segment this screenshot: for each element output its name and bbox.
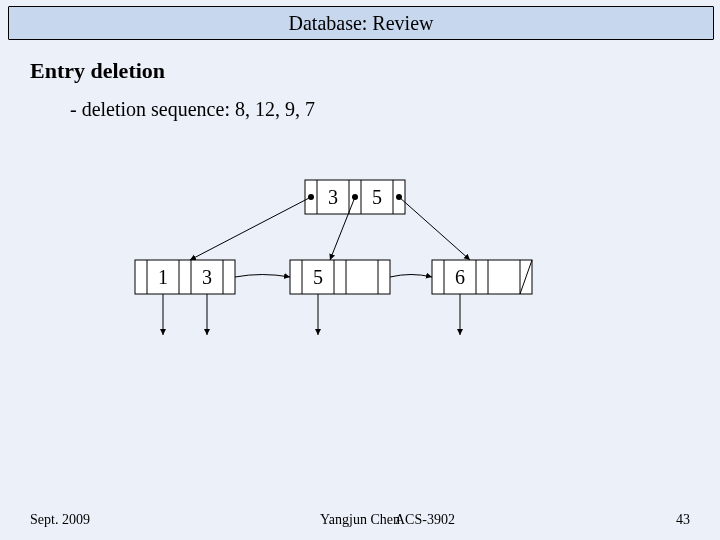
svg-rect-18 (290, 260, 390, 294)
svg-point-5 (308, 194, 314, 200)
root-key-1: 5 (372, 186, 382, 208)
leaf1-key0: 5 (313, 266, 323, 288)
slide-heading: Entry deletion (30, 58, 165, 84)
btree-leaf-1: 5 (290, 260, 390, 335)
slide-footer: Sept. 2009 Yangjun Chen ACS-3902 43 (0, 512, 720, 532)
btree-root-node: 3 5 (305, 180, 405, 214)
footer-author: Yangjun Chen (320, 512, 400, 527)
leaf0-key1: 3 (202, 266, 212, 288)
title-bar: Database: Review (8, 6, 714, 40)
footer-page: 43 (676, 512, 690, 528)
svg-rect-11 (135, 260, 235, 294)
svg-rect-24 (432, 260, 532, 294)
footer-course: ACS-3902 (395, 512, 455, 528)
svg-point-7 (396, 194, 402, 200)
leaf2-key0: 6 (455, 266, 465, 288)
slide-subheading: - deletion sequence: 8, 12, 9, 7 (70, 98, 315, 121)
svg-line-8 (190, 197, 311, 260)
root-key-0: 3 (328, 186, 338, 208)
svg-line-10 (399, 197, 470, 260)
svg-line-29 (520, 260, 532, 294)
btree-leaf-0: 1 3 (135, 260, 235, 335)
leaf0-key0: 1 (158, 266, 168, 288)
svg-point-6 (352, 194, 358, 200)
title-text: Database: Review (289, 12, 434, 35)
svg-rect-0 (305, 180, 405, 214)
btree-leaf-2: 6 (432, 260, 532, 335)
svg-line-9 (330, 197, 355, 260)
